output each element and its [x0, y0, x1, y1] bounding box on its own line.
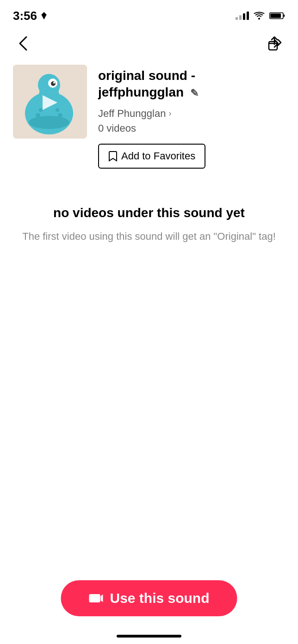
svg-marker-22: [100, 595, 103, 602]
empty-state: no videos under this sound yet The first…: [0, 178, 298, 244]
empty-state-title: no videos under this sound yet: [53, 206, 245, 220]
add-favorites-label: Add to Favorites: [121, 150, 195, 162]
empty-state-subtitle: The first video using this sound will ge…: [22, 229, 276, 244]
signal-icon: [236, 12, 249, 20]
svg-point-11: [53, 82, 55, 84]
author-link[interactable]: Jeff Phungglan ›: [98, 108, 285, 120]
use-sound-button[interactable]: Use this sound: [61, 580, 237, 616]
bookmark-icon: [108, 151, 118, 162]
svg-point-18: [39, 108, 43, 112]
chevron-right-icon: ›: [168, 109, 171, 118]
bottom-cta: Use this sound: [61, 580, 237, 616]
svg-point-10: [51, 81, 56, 86]
camera-icon: [88, 592, 103, 605]
status-time: 3:56: [13, 9, 48, 23]
svg-rect-2: [284, 15, 285, 17]
svg-point-13: [36, 113, 40, 118]
svg-point-19: [56, 108, 59, 112]
videos-count: 0 videos: [98, 122, 285, 134]
status-icons: [236, 12, 285, 20]
add-favorites-button[interactable]: Add to Favorites: [98, 144, 205, 169]
svg-point-16: [52, 117, 57, 122]
sound-info: original sound - jeffphungglan ✎ Jeff Ph…: [98, 65, 285, 169]
time-label: 3:56: [13, 9, 37, 23]
battery-icon: [269, 12, 285, 20]
edit-icon: ✎: [190, 87, 199, 100]
svg-rect-3: [270, 13, 281, 18]
use-sound-label: Use this sound: [110, 590, 209, 606]
sound-thumbnail[interactable]: [13, 65, 87, 139]
svg-point-14: [41, 117, 46, 122]
svg-rect-21: [89, 594, 100, 602]
svg-point-0: [258, 18, 260, 19]
location-icon: [40, 12, 48, 20]
status-bar: 3:56: [0, 0, 298, 25]
back-button[interactable]: [13, 33, 33, 54]
sound-header: original sound - jeffphungglan ✎ Jeff Ph…: [0, 60, 298, 178]
thumbnail-illustration: [13, 65, 87, 139]
share-button[interactable]: [265, 33, 285, 54]
svg-point-17: [58, 113, 62, 118]
svg-point-15: [47, 119, 51, 123]
nav-bar: [0, 25, 298, 60]
sound-title: original sound - jeffphungglan ✎: [98, 67, 285, 101]
home-indicator: [117, 635, 181, 638]
wifi-icon: [254, 12, 265, 20]
